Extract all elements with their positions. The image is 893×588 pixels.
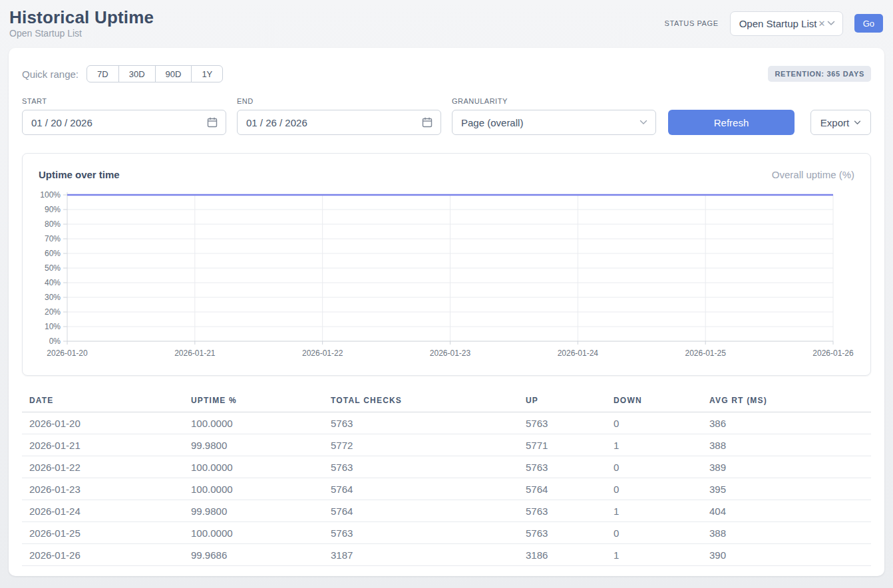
table-cell: 0 bbox=[606, 456, 702, 478]
start-date-field-group: START 01 / 20 / 2026 bbox=[22, 97, 226, 135]
chart-unit-label: Overall uptime (%) bbox=[772, 169, 854, 180]
table-cell: 100.0000 bbox=[184, 412, 323, 434]
svg-text:2026-01-22: 2026-01-22 bbox=[302, 349, 343, 358]
table-cell: 2026-01-25 bbox=[22, 522, 184, 544]
table-cell: 5763 bbox=[323, 456, 518, 478]
uptime-line-chart: 0%10%20%30%40%50%60%70%80%90%100%2026-01… bbox=[39, 190, 854, 369]
end-date-field-group: END 01 / 26 / 2026 bbox=[237, 97, 441, 135]
column-header: UPTIME % bbox=[184, 396, 323, 412]
table-cell: 100.0000 bbox=[184, 478, 323, 500]
quick-range-90d[interactable]: 90D bbox=[155, 65, 192, 82]
svg-text:100%: 100% bbox=[40, 190, 61, 200]
table-cell: 386 bbox=[702, 412, 871, 434]
table-cell: 3187 bbox=[323, 544, 518, 566]
table-cell: 100.0000 bbox=[184, 522, 323, 544]
svg-text:60%: 60% bbox=[45, 249, 61, 258]
table-header-row: DATEUPTIME %TOTAL CHECKSUPDOWNAVG RT (MS… bbox=[22, 396, 871, 412]
svg-text:2026-01-25: 2026-01-25 bbox=[685, 349, 726, 358]
uptime-table: DATEUPTIME %TOTAL CHECKSUPDOWNAVG RT (MS… bbox=[22, 396, 871, 566]
page-subtitle: Open Startup List bbox=[9, 27, 154, 40]
svg-text:90%: 90% bbox=[45, 205, 61, 214]
chevron-down-icon bbox=[639, 120, 647, 125]
table-cell: 5772 bbox=[323, 434, 518, 456]
export-button-label: Export bbox=[820, 117, 849, 128]
table-cell: 0 bbox=[606, 478, 702, 500]
page-title-block: Historical Uptime Open Startup List bbox=[9, 7, 154, 40]
go-button[interactable]: Go bbox=[854, 14, 883, 33]
quick-range-7d[interactable]: 7D bbox=[87, 65, 119, 82]
chevron-down-icon bbox=[827, 21, 835, 26]
svg-text:70%: 70% bbox=[45, 234, 61, 243]
granularity-field-group: GRANULARITY Page (overall) bbox=[452, 97, 656, 135]
quick-range-30d[interactable]: 30D bbox=[118, 65, 156, 82]
svg-text:10%: 10% bbox=[45, 322, 61, 331]
table-row: 2026-01-2699.9686318731861390 bbox=[22, 544, 871, 566]
quick-range-1y[interactable]: 1Y bbox=[191, 65, 223, 82]
table-cell: 2026-01-24 bbox=[22, 500, 184, 522]
svg-text:40%: 40% bbox=[45, 278, 61, 287]
svg-text:2026-01-20: 2026-01-20 bbox=[47, 349, 88, 358]
granularity-label: GRANULARITY bbox=[452, 97, 656, 105]
end-date-value: 01 / 26 / 2026 bbox=[246, 117, 307, 128]
table-cell: 2026-01-23 bbox=[22, 478, 184, 500]
table-cell: 0 bbox=[606, 412, 702, 434]
clear-selection-icon[interactable]: ✕ bbox=[818, 19, 825, 28]
status-page-select[interactable]: Open Startup List ✕ bbox=[730, 11, 843, 36]
svg-text:2026-01-23: 2026-01-23 bbox=[430, 349, 471, 358]
refresh-button[interactable]: Refresh bbox=[668, 110, 795, 135]
quick-range-group: Quick range: 7D30D90D1Y bbox=[22, 65, 223, 82]
table-cell: 1 bbox=[606, 434, 702, 456]
table-row: 2026-01-2199.9800577257711388 bbox=[22, 434, 871, 456]
table-cell: 5763 bbox=[518, 412, 606, 434]
chart-title: Uptime over time bbox=[39, 169, 120, 180]
export-button[interactable]: Export bbox=[810, 110, 871, 135]
end-date-input[interactable]: 01 / 26 / 2026 bbox=[237, 110, 441, 135]
column-header: UP bbox=[518, 396, 606, 412]
table-cell: 3186 bbox=[518, 544, 606, 566]
svg-text:20%: 20% bbox=[45, 307, 61, 317]
table-row: 2026-01-22100.0000576357630389 bbox=[22, 456, 871, 478]
status-page-controls: STATUS PAGE Open Startup List ✕ Go bbox=[664, 11, 883, 36]
table-cell: 5764 bbox=[323, 478, 518, 500]
column-header: AVG RT (MS) bbox=[702, 396, 871, 412]
table-cell: 5764 bbox=[323, 500, 518, 522]
granularity-select[interactable]: Page (overall) bbox=[452, 110, 656, 135]
table-cell: 5763 bbox=[518, 456, 606, 478]
svg-text:0%: 0% bbox=[49, 337, 61, 346]
start-date-value: 01 / 20 / 2026 bbox=[31, 117, 92, 128]
table-cell: 99.9800 bbox=[184, 500, 323, 522]
uptime-table-wrap: DATEUPTIME %TOTAL CHECKSUPDOWNAVG RT (MS… bbox=[22, 396, 871, 566]
table-cell: 390 bbox=[702, 544, 871, 566]
column-header: DATE bbox=[22, 396, 184, 412]
start-date-input[interactable]: 01 / 20 / 2026 bbox=[22, 110, 226, 135]
svg-text:80%: 80% bbox=[45, 220, 61, 229]
svg-text:2026-01-21: 2026-01-21 bbox=[174, 349, 216, 358]
start-date-label: START bbox=[22, 97, 226, 105]
table-cell: 395 bbox=[702, 478, 871, 500]
status-page-label: STATUS PAGE bbox=[664, 19, 718, 27]
quick-range-label: Quick range: bbox=[22, 69, 79, 80]
table-cell: 2026-01-26 bbox=[22, 544, 184, 566]
table-row: 2026-01-2499.9800576457631404 bbox=[22, 500, 871, 522]
main-panel: Quick range: 7D30D90D1Y RETENTION: 365 D… bbox=[9, 48, 884, 576]
calendar-icon[interactable] bbox=[207, 117, 218, 128]
table-cell: 5763 bbox=[518, 500, 606, 522]
calendar-icon[interactable] bbox=[422, 117, 433, 128]
table-row: 2026-01-25100.0000576357630388 bbox=[22, 522, 871, 544]
table-cell: 389 bbox=[702, 456, 871, 478]
table-row: 2026-01-20100.0000576357630386 bbox=[22, 412, 871, 434]
table-cell: 5771 bbox=[518, 434, 606, 456]
table-cell: 1 bbox=[606, 544, 702, 566]
table-cell: 99.9686 bbox=[184, 544, 323, 566]
table-cell: 388 bbox=[702, 434, 871, 456]
svg-text:30%: 30% bbox=[45, 293, 61, 302]
table-cell: 1 bbox=[606, 500, 702, 522]
column-header: TOTAL CHECKS bbox=[323, 396, 518, 412]
status-page-selected-value: Open Startup List bbox=[739, 18, 817, 29]
page-title: Historical Uptime bbox=[9, 7, 154, 27]
table-cell: 388 bbox=[702, 522, 871, 544]
column-header: DOWN bbox=[606, 396, 702, 412]
end-date-label: END bbox=[237, 97, 441, 105]
svg-text:2026-01-26: 2026-01-26 bbox=[812, 349, 854, 358]
table-cell: 5763 bbox=[518, 522, 606, 544]
